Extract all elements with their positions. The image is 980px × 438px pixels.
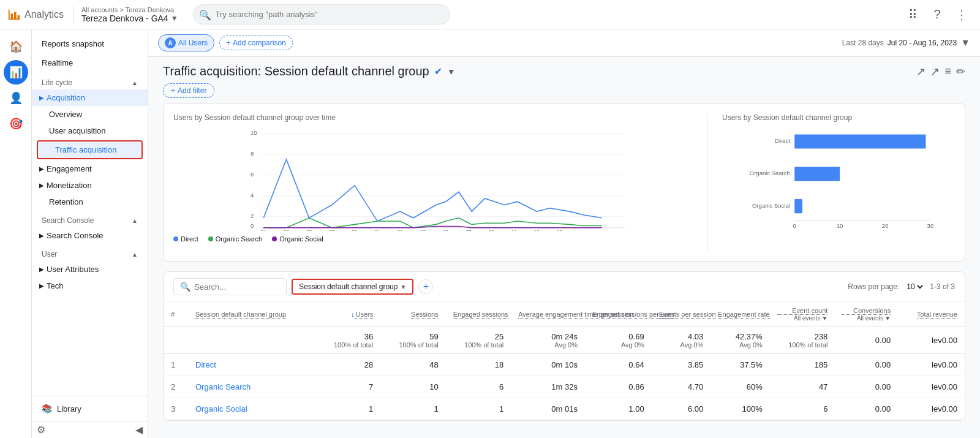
- svg-text:15: 15: [557, 229, 563, 231]
- svg-text:Organic Search: Organic Search: [750, 170, 790, 176]
- col-engagement-rate[interactable]: Engagement rate: [710, 302, 770, 327]
- verified-icon: ✔: [434, 66, 442, 77]
- table-search: 🔍: [173, 278, 287, 295]
- col-users[interactable]: ↓Users: [315, 302, 381, 327]
- svg-text:07: 07: [466, 229, 472, 231]
- total-rank: [164, 327, 188, 354]
- svg-text:4: 4: [251, 192, 254, 198]
- dimension-chip[interactable]: Session default channel group ▼: [292, 279, 413, 295]
- col-conversions[interactable]: Conversions All events ▼: [835, 302, 898, 327]
- lifecycle-section-header[interactable]: Life cycle ▲: [32, 72, 148, 89]
- reports-snapshot-label: Reports snapshot: [42, 39, 104, 48]
- realtime-label: Realtime: [42, 58, 73, 67]
- col-engaged-per-user[interactable]: Engaged sessions per user: [585, 302, 652, 327]
- search-console-section-header[interactable]: Search Console ▲: [32, 210, 148, 227]
- col-total-revenue[interactable]: Total revenue: [898, 302, 965, 327]
- row-dimension[interactable]: Organic Social: [188, 398, 315, 420]
- edit-btn[interactable]: ✏: [956, 65, 965, 78]
- table-search-input[interactable]: [194, 282, 280, 292]
- sidebar-collapse-btn[interactable]: ◀: [135, 424, 143, 436]
- all-users-label: All Users: [178, 39, 208, 47]
- breadcrumb: All accounts > Tereza Denkova: [81, 6, 178, 13]
- bar-chart-section: Users by Session default channel group D…: [722, 113, 955, 251]
- rows-per-page-label: Rows per page:: [848, 282, 899, 291]
- total-engaged-per-user: 0.69 Avg 0%: [585, 327, 652, 354]
- row-avg-engagement: 0m 10s: [511, 354, 585, 376]
- more-vert-icon-btn[interactable]: ⋮: [951, 4, 973, 26]
- customize-report-btn[interactable]: ≡: [944, 65, 951, 78]
- sidebar-item-realtime[interactable]: Realtime: [32, 53, 148, 72]
- row-dimension[interactable]: Organic Search: [188, 376, 315, 398]
- sidebar-item-overview[interactable]: Overview: [32, 106, 148, 123]
- title-dropdown-btn[interactable]: ▼: [447, 67, 456, 77]
- dimension-chip-label: Session default channel group: [299, 282, 398, 291]
- rows-per-page-select[interactable]: 10 25 50: [904, 282, 925, 292]
- sidebar-item-library[interactable]: 📚 Library: [32, 396, 148, 421]
- user-attributes-label: User Attributes: [47, 265, 99, 274]
- sidebar-group-monetization[interactable]: ▶ Monetization: [32, 177, 148, 194]
- legend-organic-search-dot: [208, 236, 213, 241]
- svg-text:0: 0: [793, 222, 796, 229]
- svg-text:8: 8: [251, 150, 254, 157]
- svg-text:10: 10: [837, 222, 843, 229]
- total-conversions: 0.00: [835, 327, 898, 354]
- sidebar-advertising-icon[interactable]: 🎯: [4, 111, 28, 136]
- sidebar-item-traffic-acquisition[interactable]: Traffic acquisition: [37, 140, 143, 159]
- row-engaged-sessions: 18: [446, 354, 511, 376]
- sidebar-group-engagement[interactable]: ▶ Engagement: [32, 160, 148, 177]
- page-title-text: Traffic acquisition: Session default cha…: [163, 64, 429, 78]
- row-users: 1: [315, 398, 381, 420]
- sidebar-group-search-console[interactable]: ▶ Search Console: [32, 227, 148, 244]
- col-engaged-sessions[interactable]: Engaged sessions: [446, 302, 511, 327]
- sidebar-group-user-attributes[interactable]: ▶ User Attributes: [32, 261, 148, 278]
- app-title: Analytics: [24, 9, 64, 20]
- col-avg-engagement[interactable]: Average engagement time per session: [511, 302, 585, 327]
- legend-organic-social-label: Organic Social: [279, 235, 323, 243]
- svg-text:29: 29: [352, 229, 358, 231]
- row-users: 28: [315, 354, 381, 376]
- sidebar-group-tech[interactable]: ▶ Tech: [32, 278, 148, 294]
- add-dimension-btn[interactable]: +: [418, 279, 433, 294]
- add-filter-btn[interactable]: + Add filter: [163, 83, 214, 98]
- all-users-chip[interactable]: A All Users: [158, 34, 214, 51]
- share-btn[interactable]: ↗: [930, 65, 940, 78]
- sidebar-item-user-acquisition[interactable]: User acquisition: [32, 123, 148, 139]
- sidebar-item-reports-snapshot[interactable]: Reports snapshot: [32, 34, 148, 53]
- col-sessions[interactable]: Sessions: [380, 302, 446, 327]
- row-dimension[interactable]: Direct: [188, 354, 315, 376]
- sidebar-group-acquisition[interactable]: ▶ Acquisition: [32, 89, 148, 106]
- row-engaged-sessions: 6: [446, 376, 511, 398]
- add-filter-icon: +: [171, 86, 175, 95]
- lifecycle-label: Life cycle: [42, 78, 72, 87]
- sidebar-item-retention[interactable]: Retention: [32, 194, 148, 210]
- date-picker-btn[interactable]: ▼: [960, 37, 970, 48]
- account-info: All accounts > Tereza Denkova Tereza Den…: [74, 6, 178, 23]
- search-input[interactable]: [193, 4, 450, 25]
- total-engaged-sessions: 25 100% of total: [446, 327, 511, 354]
- user-section-header[interactable]: User ▲: [32, 244, 148, 261]
- open-in-hub-btn[interactable]: ↗: [916, 65, 925, 78]
- row-events-per-session: 6.00: [652, 398, 711, 420]
- sidebar-home-icon[interactable]: 🏠: [4, 34, 28, 59]
- col-events-per-session[interactable]: Events per session: [652, 302, 711, 327]
- row-users: 7: [315, 376, 381, 398]
- sidebar-explore-icon[interactable]: 👤: [4, 86, 28, 110]
- engagement-arrow-icon: ▶: [39, 165, 44, 172]
- add-comparison-btn[interactable]: + Add comparison: [219, 36, 293, 50]
- search-console-sub-arrow-icon: ▶: [39, 232, 44, 239]
- traffic-acquisition-label: Traffic acquisition: [55, 145, 116, 154]
- profile-selector[interactable]: Tereza Denkova - GA4 ▼: [81, 13, 178, 23]
- apps-icon-btn[interactable]: ⠿: [902, 4, 924, 26]
- col-event-count[interactable]: Event count All events ▼: [770, 302, 835, 327]
- svg-text:01: 01: [398, 229, 404, 231]
- retention-label: Retention: [49, 197, 83, 206]
- line-chart-section: Users by Session default channel group o…: [173, 113, 692, 251]
- sidebar-settings-icon-btn[interactable]: ⚙: [37, 424, 45, 436]
- sidebar-reports-icon[interactable]: 📊: [4, 60, 28, 85]
- col-dimension[interactable]: Session default channel group: [188, 302, 315, 327]
- help-icon-btn[interactable]: ?: [926, 4, 948, 26]
- svg-text:31: 31: [374, 229, 380, 231]
- monetization-label: Monetization: [47, 181, 92, 190]
- svg-text:05: 05: [443, 229, 449, 231]
- chart-legend: Direct Organic Search Organic Social: [173, 235, 692, 243]
